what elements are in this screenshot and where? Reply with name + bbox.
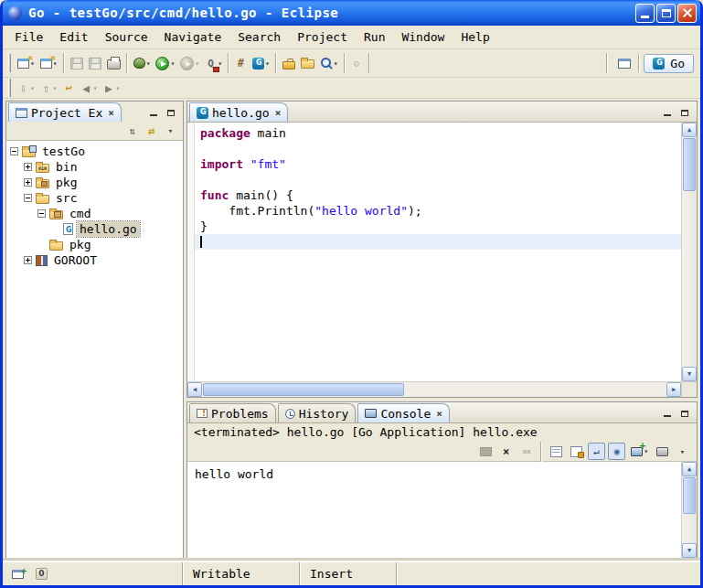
menu-project[interactable]: Project [289, 28, 356, 46]
scroll-down-icon[interactable]: ▼ [682, 367, 697, 381]
open-toolbox-button[interactable] [280, 56, 298, 71]
tab-problems[interactable]: Problems [189, 403, 276, 422]
remove-launch-button[interactable]: × [497, 443, 515, 460]
dropdown-chevron-icon[interactable]: ▾ [170, 59, 175, 68]
code-line[interactable]: func main() { [195, 187, 681, 203]
editor-horizontal-scrollbar[interactable]: ◀ ▶ [187, 382, 681, 397]
print-button[interactable] [104, 55, 123, 71]
menu-file[interactable]: File [6, 28, 51, 46]
scrollbar-thumb[interactable] [203, 383, 404, 396]
tree-item-testgo[interactable]: testGo [6, 144, 183, 159]
last-edit-location-button[interactable]: ↩ [60, 80, 78, 97]
toolbar-grip[interactable] [8, 54, 11, 72]
menu-search[interactable]: Search [229, 28, 289, 46]
open-console-button[interactable]: ▾ [628, 445, 651, 458]
dropdown-chevron-icon[interactable]: ▾ [146, 59, 151, 68]
next-annotation-button[interactable]: ⇩▾ [15, 80, 37, 97]
maximize-button[interactable] [656, 4, 676, 23]
tree-item-hello-go[interactable]: hello.go [6, 221, 183, 237]
dropdown-chevron-icon[interactable]: ▾ [195, 59, 199, 68]
scroll-down-icon[interactable]: ▼ [682, 543, 697, 558]
menu-window[interactable]: Window [393, 28, 453, 46]
menu-run[interactable]: Run [356, 28, 393, 46]
forward-button[interactable]: ▶▾ [100, 80, 122, 97]
code-line[interactable] [195, 172, 681, 187]
run-history-button[interactable]: ▾ [177, 55, 202, 72]
expand-icon[interactable] [24, 163, 32, 171]
new-wizard-button[interactable]: ▾ [15, 57, 37, 70]
debug-button[interactable]: ▾ [131, 56, 154, 70]
tree-item-goroot[interactable]: GOROOT [6, 252, 183, 268]
new-go-element-button[interactable]: ▾ [37, 57, 60, 70]
scroll-left-icon[interactable]: ◀ [187, 382, 202, 397]
new-go-app-button[interactable]: ▾ [250, 56, 272, 71]
scrollbar-track[interactable] [202, 382, 666, 397]
pin-console-button[interactable]: ◉ [608, 443, 625, 460]
menu-source[interactable]: Source [97, 28, 156, 46]
tree-item-cmd[interactable]: cmd [6, 206, 183, 221]
mark-occurrences-button[interactable]: ⊙ [348, 55, 366, 72]
scroll-right-icon[interactable]: ▶ [666, 382, 681, 397]
scrollbar-thumb[interactable] [683, 477, 696, 514]
dropdown-chevron-icon[interactable]: ▾ [115, 84, 120, 92]
word-wrap-button[interactable]: ↵ [588, 443, 605, 460]
minimize-view-button[interactable] [147, 107, 160, 118]
toolbar-grip[interactable] [8, 79, 11, 97]
expand-icon[interactable] [24, 256, 32, 264]
maximize-view-button[interactable] [165, 107, 177, 118]
close-editor-tab-icon[interactable]: × [275, 107, 282, 119]
tree-item-bin[interactable]: bin [6, 159, 183, 175]
close-button[interactable] [677, 4, 697, 23]
editor-vertical-scrollbar[interactable]: ▲ ▼ [681, 123, 697, 381]
tab-console[interactable]: Console× [357, 403, 449, 422]
close-tab-icon[interactable]: × [436, 408, 442, 420]
terminate-button[interactable] [477, 445, 495, 458]
new-go-package-button[interactable]: # [232, 55, 250, 72]
link-with-editor-button[interactable]: ⇄ [143, 123, 160, 140]
open-perspective-button[interactable] [615, 57, 634, 70]
prev-annotation-button[interactable]: ⇧▾ [37, 80, 60, 97]
dropdown-chevron-icon[interactable]: ▾ [265, 59, 270, 68]
remove-all-terminated-button[interactable]: ×× [517, 443, 535, 460]
clear-console-button[interactable] [548, 444, 565, 459]
collapse-all-button[interactable]: ⇅ [123, 123, 141, 140]
scroll-lock-button[interactable] [568, 444, 585, 459]
code-line[interactable]: fmt.Println("hello world"); [195, 203, 681, 219]
code-line[interactable] [195, 234, 681, 250]
menu-edit[interactable]: Edit [51, 28, 96, 46]
tab-hello-go[interactable]: hello.go × [189, 102, 288, 122]
menu-navigate[interactable]: Navigate [156, 28, 230, 46]
scroll-up-icon[interactable]: ▲ [682, 462, 697, 476]
code-line[interactable]: import "fmt" [195, 156, 681, 172]
console-vertical-scrollbar[interactable]: ▲ ▼ [681, 462, 697, 558]
build-status-button[interactable]: 0 [33, 566, 50, 582]
open-folder-button[interactable] [298, 56, 317, 70]
scrollbar-thumb[interactable] [683, 138, 696, 191]
tree-item-src[interactable]: src [6, 190, 183, 206]
save-button[interactable] [68, 56, 86, 71]
console-output[interactable]: hello world [187, 462, 681, 558]
expand-icon[interactable] [24, 178, 32, 187]
maximize-view-button[interactable] [678, 408, 691, 419]
tree-item-pkg[interactable]: pkg [6, 175, 183, 190]
save-all-button[interactable] [86, 56, 104, 71]
menu-help[interactable]: Help [453, 28, 497, 46]
back-button[interactable]: ◀▾ [78, 80, 101, 97]
code-line[interactable]: package main [195, 125, 681, 141]
code-line[interactable]: } [195, 219, 681, 234]
code-line[interactable] [195, 141, 681, 156]
tab-project-explorer[interactable]: Project Ex × [8, 102, 122, 122]
maximize-view-button[interactable] [678, 107, 691, 118]
close-tab-icon[interactable]: × [108, 107, 114, 119]
console-menu-button[interactable]: ▾ [674, 443, 691, 460]
tab-history[interactable]: History [278, 403, 357, 422]
view-menu-button[interactable]: ▾ [162, 123, 179, 140]
title-bar[interactable]: Go - testGo/src/cmd/hello.go - Eclipse [3, 0, 700, 26]
collapse-icon[interactable] [24, 194, 32, 202]
search-button[interactable]: ▾ [317, 55, 341, 71]
minimize-view-button[interactable] [661, 408, 674, 419]
run-button[interactable]: ▾ [153, 55, 177, 72]
dropdown-chevron-icon[interactable]: ▾ [334, 59, 338, 68]
scrollbar-track[interactable] [682, 476, 697, 543]
minimize-button[interactable] [635, 4, 655, 23]
